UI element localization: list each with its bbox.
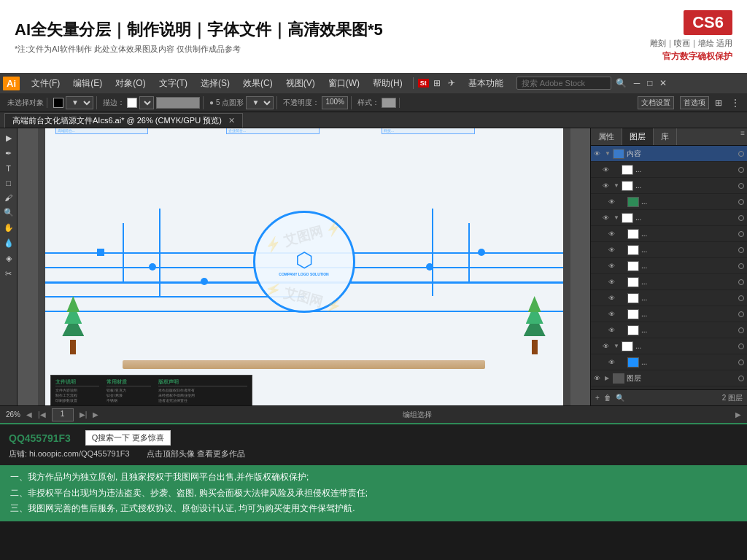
stroke-swatch[interactable]	[127, 98, 137, 108]
select-tool[interactable]: ▶	[1, 131, 17, 145]
arrow-root2: ▶	[605, 375, 611, 381]
eye-11[interactable]: 👁	[608, 327, 617, 334]
nav-first[interactable]: |◀	[38, 411, 46, 419]
text-tool[interactable]: T	[1, 162, 17, 175]
file-explain-header: 文件说明	[55, 378, 100, 386]
new-layer-icon[interactable]: +	[595, 394, 600, 402]
menu-text[interactable]: 文字(T)	[153, 76, 193, 91]
rect-tool[interactable]: □	[1, 176, 17, 190]
preferences-btn[interactable]: 首选项	[680, 96, 709, 109]
stroke-select[interactable]: ↕	[139, 96, 154, 109]
search-layer-icon[interactable]: 🔍	[616, 394, 624, 402]
nav-last[interactable]: ▶|	[80, 411, 88, 419]
doc-settings-btn[interactable]: 文档设置	[638, 96, 674, 109]
nav-prev[interactable]: ◀	[26, 411, 32, 419]
layer-item-1[interactable]: 👁 ▶ ...	[591, 162, 747, 178]
eye-1[interactable]: 👁	[603, 166, 611, 174]
layer-count-label: 2 图层	[722, 393, 743, 403]
grid-icon[interactable]: ⊞	[430, 77, 444, 90]
layer-item-7[interactable]: 👁 ▶ ...	[591, 258, 747, 274]
layer-item-6[interactable]: 👁 ▶ ...	[591, 242, 747, 258]
pen-tool[interactable]: ✒	[1, 147, 17, 160]
send-icon[interactable]: ✈	[445, 77, 458, 90]
search-more-btn[interactable]: Q搜索一下 更多惊喜	[85, 430, 171, 446]
hand-tool[interactable]: ✋	[1, 221, 17, 235]
layer-item-10[interactable]: 👁 ▶ ...	[591, 306, 747, 322]
tab-close-btn[interactable]: ✕	[228, 116, 235, 125]
eye-root2[interactable]: 👁	[594, 375, 603, 382]
maximize-icon[interactable]: □	[644, 77, 655, 90]
eye-8[interactable]: 👁	[608, 279, 617, 286]
layer-item-11[interactable]: 👁 ▶ ...	[591, 322, 747, 338]
circle-6	[738, 247, 744, 253]
style-group: 样式：	[355, 98, 400, 108]
panel-tab-library[interactable]: 库	[654, 128, 677, 145]
menu-select[interactable]: 选择(S)	[195, 76, 236, 91]
layer-item-2[interactable]: 👁 ▼ ...	[591, 178, 747, 194]
nav-next[interactable]: ▶	[93, 411, 98, 419]
panel-menu-btn[interactable]: ≡	[738, 128, 747, 145]
layer-item-12[interactable]: 👁 ▼ ...	[591, 338, 747, 354]
menu-window[interactable]: 窗口(W)	[322, 76, 365, 91]
scroll-right[interactable]: ▶	[735, 411, 741, 419]
layer-item-5[interactable]: 👁 ▶ ...	[591, 226, 747, 242]
shape-select[interactable]: ▼	[246, 96, 274, 109]
eye-10[interactable]: 👁	[608, 311, 617, 318]
v-line-3	[468, 223, 470, 281]
layer-item-3[interactable]: 👁 ▶ ...	[591, 194, 747, 210]
active-tab[interactable]: 高端前台文化墙源文件AIcs6.ai* @ 26% (CMYK/GPU 预览) …	[4, 113, 243, 128]
layer-item-9[interactable]: 👁 ▶ ...	[591, 290, 747, 306]
menu-edit[interactable]: 编辑(E)	[67, 76, 108, 91]
tree-right	[522, 296, 547, 354]
panel-tab-properties[interactable]: 属性	[591, 128, 622, 145]
eye-3[interactable]: 👁	[608, 198, 617, 206]
eye-content[interactable]: 👁	[594, 150, 603, 158]
scissors-tool[interactable]: ✂	[1, 267, 17, 281]
search-icon[interactable]: 🔍	[613, 77, 630, 90]
layer-item-13[interactable]: 👁 ▶ ...	[591, 354, 747, 370]
eye-13[interactable]: 👁	[608, 359, 617, 366]
arrange-icon[interactable]: ⊞	[712, 96, 725, 109]
eye-6[interactable]: 👁	[608, 246, 617, 254]
eye-4[interactable]: 👁	[603, 214, 611, 222]
arrow-2: ▼	[614, 182, 619, 189]
circle-13	[738, 359, 744, 365]
page-num[interactable]: 1	[52, 408, 74, 421]
close-icon[interactable]: ✕	[657, 77, 670, 90]
material-text: 铝板/亚克力钛金/烤漆不锈钢	[107, 388, 151, 403]
panel-header-spacer	[677, 128, 738, 145]
anno-box-3: 科技...	[382, 128, 475, 134]
brush-tool[interactable]: 🖌	[1, 191, 17, 204]
eye-2[interactable]: 👁	[603, 182, 611, 190]
menu-file[interactable]: 文件(F)	[26, 76, 66, 91]
shop-info: 店铺: hi.ooopic.com/QQ455791F3 点击顶部头像 查看更多…	[9, 448, 738, 459]
more-icon[interactable]: ⋮	[728, 96, 743, 109]
fill-select[interactable]: ▼	[66, 96, 93, 109]
toolbar: 未选择对象 ▼ 描边： ↕ ● 5 点圆形 ▼ 不透明度： 100% 样式： 文…	[0, 93, 747, 112]
menu-effect[interactable]: 效果(C)	[237, 76, 279, 91]
basic-func[interactable]: 基本功能	[462, 76, 509, 91]
search-stock-input[interactable]	[516, 77, 611, 90]
eye-5[interactable]: 👁	[608, 230, 617, 238]
dot-4	[478, 249, 485, 256]
layer-item-4[interactable]: 👁 ▼ ...	[591, 210, 747, 226]
right-panel: 属性 图层 库 ≡ 👁 ▼ 内容	[590, 128, 747, 405]
eye-9[interactable]: 👁	[608, 295, 617, 302]
panel-tab-layers[interactable]: 图层	[622, 128, 654, 145]
eye-12[interactable]: 👁	[603, 343, 611, 350]
eyedrop-tool[interactable]: 💧	[1, 236, 17, 250]
menu-view[interactable]: 视图(V)	[280, 76, 321, 91]
layer-item-8[interactable]: 👁 ▶ ...	[591, 274, 747, 290]
fill-swatch[interactable]	[53, 98, 63, 108]
delete-layer-icon[interactable]: 🗑	[604, 394, 611, 402]
menu-object[interactable]: 对象(O)	[109, 76, 151, 91]
layer-content[interactable]: 👁 ▼ 内容	[591, 146, 747, 162]
gradient-tool[interactable]: ◈	[1, 252, 17, 265]
menu-help[interactable]: 帮助(H)	[367, 76, 409, 91]
minimize-icon[interactable]: ─	[631, 77, 643, 90]
file-explain-col: 文件说明 文件内容说明制作工艺流程印刷参数设置	[55, 378, 100, 403]
zoom-tool[interactable]: 🔍	[1, 206, 17, 219]
eye-7[interactable]: 👁	[608, 262, 617, 270]
layer-root-2[interactable]: 👁 ▶ 图层	[591, 370, 747, 386]
canvas-area[interactable]: ⚡ 艾图网 ⚡ ⚡ 艾图网 ⚡ 高端前台... 企业前台... 科技...	[18, 128, 590, 405]
